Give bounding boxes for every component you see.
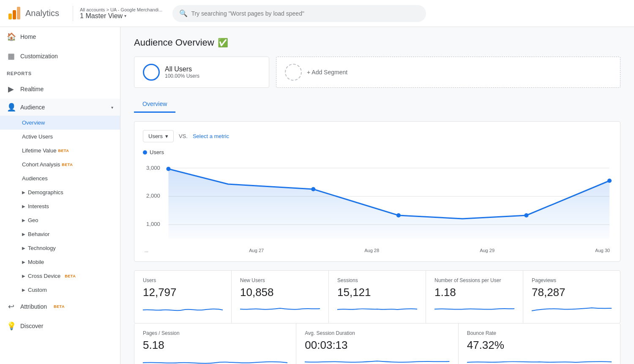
sidebar: 🏠 Home ▦ Customization REPORTS ▶ Realtim… bbox=[0, 27, 120, 364]
cross-device-expand-arrow: ▶ bbox=[22, 274, 25, 278]
audience-icon: 👤 bbox=[7, 103, 15, 112]
cross-device-beta-badge: BETA bbox=[65, 274, 76, 278]
metric-label: Number of Sessions per User bbox=[435, 277, 514, 283]
sidebar-item-realtime[interactable]: ▶ Realtime bbox=[0, 79, 120, 99]
search-icon: 🔍 bbox=[179, 9, 188, 17]
select-metric[interactable]: Select a metric bbox=[193, 133, 229, 139]
svg-point-14 bbox=[607, 179, 612, 183]
page-title-row: Audience Overview ✅ bbox=[134, 37, 620, 48]
topbar-divider bbox=[73, 6, 73, 21]
svg-text:1,000: 1,000 bbox=[146, 221, 160, 227]
add-segment-card[interactable]: + Add Segment bbox=[276, 57, 620, 88]
sidebar-expandable-behavior[interactable]: ▶ Behavior bbox=[0, 227, 120, 241]
metric-value: 1.18 bbox=[435, 286, 514, 299]
metric-cell[interactable]: Bounce Rate 47.32% bbox=[459, 323, 620, 364]
metric-sparkline bbox=[143, 302, 223, 316]
technology-expand-arrow: ▶ bbox=[22, 246, 25, 250]
verified-icon: ✅ bbox=[218, 38, 228, 48]
line-chart: 3,000 2,000 1,000 bbox=[143, 160, 612, 245]
behavior-expand-arrow: ▶ bbox=[22, 232, 25, 236]
svg-marker-9 bbox=[168, 169, 609, 239]
geo-expand-arrow: ▶ bbox=[22, 218, 25, 223]
account-view[interactable]: 1 Master View ▾ bbox=[80, 12, 162, 20]
sidebar-item-customization[interactable]: ▦ Customization bbox=[0, 46, 120, 66]
view-dropdown-arrow: ▾ bbox=[124, 14, 126, 18]
sidebar-item-attribution[interactable]: ↩ Attribution BETA bbox=[0, 297, 120, 316]
metric-cell[interactable]: Avg. Session Duration 00:03:13 bbox=[296, 323, 458, 364]
app-name: Analytics bbox=[25, 8, 59, 18]
segment-card-all-users[interactable]: All Users 100.00% Users bbox=[134, 57, 269, 88]
svg-point-13 bbox=[524, 213, 528, 217]
chart-svg-wrap: 3,000 2,000 1,000 bbox=[143, 160, 612, 253]
sidebar-expandable-cross-device[interactable]: ▶ Cross Device BETA bbox=[0, 269, 120, 283]
metric-selector-row: Users ▾ VS. Select a metric bbox=[143, 130, 612, 142]
sidebar-expandable-interests[interactable]: ▶ Interests bbox=[0, 199, 120, 213]
metric-sparkline bbox=[305, 355, 449, 364]
discover-icon: 💡 bbox=[7, 321, 15, 331]
page-title: Audience Overview bbox=[134, 37, 214, 48]
analytics-logo-icon bbox=[7, 6, 22, 21]
segment-sub: 100.00% Users bbox=[165, 73, 199, 79]
chart-container: Users ▾ VS. Select a metric Users bbox=[134, 121, 620, 262]
sidebar-item-discover[interactable]: 💡 Discover bbox=[0, 316, 120, 336]
sidebar-expandable-technology[interactable]: ▶ Technology bbox=[0, 241, 120, 255]
sidebar-sub-item-overview[interactable]: Overview bbox=[0, 116, 120, 130]
metric-label: Pages / Session bbox=[143, 330, 287, 336]
metric-value: 00:03:13 bbox=[305, 339, 449, 352]
account-info: All accounts > UA - Google Merchandi... … bbox=[80, 7, 162, 20]
cohort-analysis-beta-badge: BETA bbox=[62, 163, 73, 167]
lifetime-value-beta-badge: BETA bbox=[58, 149, 69, 153]
sidebar-item-home[interactable]: 🏠 Home bbox=[0, 27, 120, 46]
sidebar-expandable-geo[interactable]: ▶ Geo bbox=[0, 213, 120, 227]
metrics-grid-row2: Pages / Session 5.18Avg. Session Duratio… bbox=[134, 323, 620, 364]
sidebar-sub-item-audiences[interactable]: Audiences bbox=[0, 171, 120, 185]
search-input[interactable] bbox=[191, 10, 419, 17]
segment-circle-add bbox=[285, 64, 302, 81]
metric-cell[interactable]: New Users 10,858 bbox=[232, 271, 329, 323]
legend-dot bbox=[143, 150, 147, 155]
main-layout: 🏠 Home ▦ Customization REPORTS ▶ Realtim… bbox=[0, 27, 634, 364]
sidebar-item-audience[interactable]: 👤 Audience ▾ bbox=[0, 99, 120, 116]
attribution-beta-badge: BETA bbox=[54, 304, 65, 309]
metric-label: Users bbox=[143, 277, 223, 283]
metric-cell[interactable]: Number of Sessions per User 1.18 bbox=[426, 271, 523, 323]
metric-dropdown[interactable]: Users ▾ bbox=[143, 130, 174, 142]
tab-overview[interactable]: Overview bbox=[134, 96, 175, 113]
metric-sparkline bbox=[240, 302, 320, 316]
metric-value: 12,797 bbox=[143, 286, 223, 299]
chart-date-labels: ... Aug 27 Aug 28 Aug 29 Aug 30 bbox=[143, 248, 612, 253]
segment-info-all-users: All Users 100.00% Users bbox=[165, 65, 199, 79]
svg-rect-2 bbox=[17, 7, 20, 19]
metric-cell[interactable]: Sessions 15,121 bbox=[329, 271, 426, 323]
sidebar-sub-item-lifetime-value[interactable]: Lifetime Value BETA bbox=[0, 144, 120, 158]
metric-sparkline bbox=[143, 355, 287, 364]
metric-label: New Users bbox=[240, 277, 320, 283]
search-bar[interactable]: 🔍 bbox=[172, 5, 426, 22]
metrics-grid-row1: Users 12,797New Users 10,858Sessions 15,… bbox=[134, 270, 620, 323]
metric-cell[interactable]: Users 12,797 bbox=[134, 271, 232, 323]
metric-cell[interactable]: Pages / Session 5.18 bbox=[134, 323, 296, 364]
sidebar-expandable-mobile[interactable]: ▶ Mobile bbox=[0, 255, 120, 269]
metric-value: 10,858 bbox=[240, 286, 320, 299]
attribution-icon: ↩ bbox=[7, 302, 15, 311]
chart-legend: Users bbox=[143, 149, 612, 155]
svg-text:3,000: 3,000 bbox=[146, 165, 160, 171]
sidebar-expandable-custom[interactable]: ▶ Custom bbox=[0, 283, 120, 297]
realtime-icon: ▶ bbox=[7, 84, 15, 94]
account-breadcrumb: All accounts > UA - Google Merchandi... bbox=[80, 7, 162, 12]
sidebar-sub-item-cohort-analysis[interactable]: Cohort Analysis BETA bbox=[0, 158, 120, 171]
metric-sparkline bbox=[532, 302, 612, 316]
segment-circle-all-users bbox=[143, 64, 160, 81]
metric-dropdown-arrow: ▾ bbox=[165, 133, 168, 139]
reports-section-label: REPORTS bbox=[0, 68, 120, 79]
svg-point-10 bbox=[166, 167, 170, 171]
sidebar-sub-item-active-users[interactable]: Active Users bbox=[0, 130, 120, 144]
metric-sparkline bbox=[337, 302, 417, 316]
demographics-expand-arrow: ▶ bbox=[22, 190, 25, 195]
metric-sparkline bbox=[435, 302, 514, 316]
segment-name: All Users bbox=[165, 65, 199, 73]
legend-label: Users bbox=[150, 149, 164, 155]
sidebar-expandable-demographics[interactable]: ▶ Demographics bbox=[0, 185, 120, 199]
metric-cell[interactable]: Pageviews 78,287 bbox=[523, 271, 620, 323]
home-icon: 🏠 bbox=[7, 32, 15, 41]
